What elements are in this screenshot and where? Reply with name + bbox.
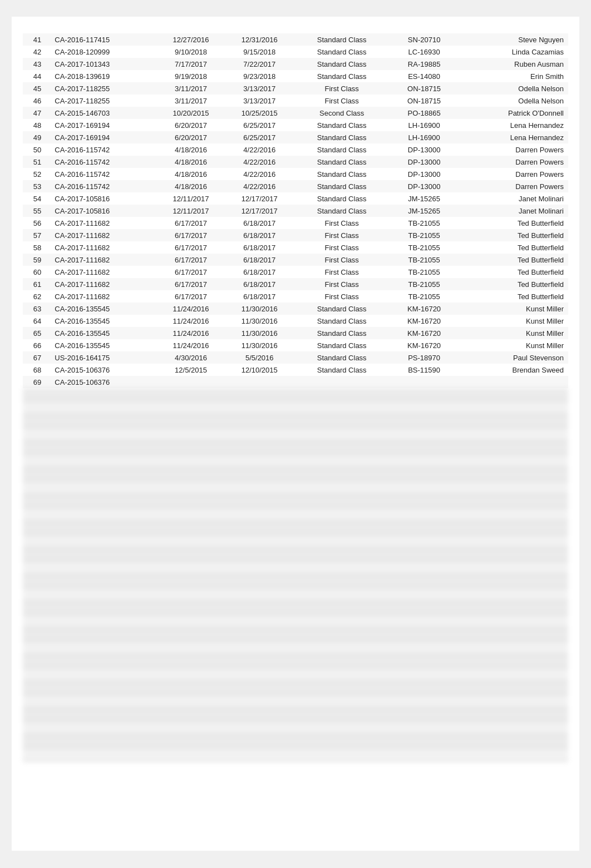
order-cell: US-2016-164175 [50, 351, 156, 364]
table-row: 44CA-2018-1396199/19/20189/23/2018Standa… [23, 70, 568, 82]
blurred-cell [101, 735, 179, 748]
segment-cell: Standard Class [294, 156, 390, 168]
blurred-cell [23, 414, 101, 428]
customer-name-cell: Janet Molinari [459, 192, 568, 205]
num-cell: 43 [23, 58, 50, 70]
blurred-cell [23, 588, 101, 601]
blurred-cell [179, 481, 257, 494]
blurred-cell [334, 428, 412, 441]
ship-date-cell: 6/18/2017 [225, 266, 294, 278]
num-cell: 62 [23, 290, 50, 302]
blurred-cell [257, 428, 334, 441]
blurred-cell [179, 695, 257, 708]
table-row: 47CA-2015-14670310/20/201510/25/2015Seco… [23, 107, 568, 119]
blurred-cell [257, 388, 334, 401]
table-row: 41CA-2016-11741512/27/201612/31/2016Stan… [23, 33, 568, 46]
order-cell: CA-2015-146703 [50, 107, 156, 119]
blurred-cell [334, 521, 412, 534]
customer-id-cell: KM-16720 [390, 327, 458, 339]
ship-date-cell: 4/22/2016 [225, 143, 294, 156]
table-row: 42CA-2018-1209999/10/20189/15/2018Standa… [23, 46, 568, 58]
blurred-cell [23, 668, 101, 681]
ship-date-cell: 7/22/2017 [225, 58, 294, 70]
customer-name-cell: Darren Powers [459, 156, 568, 168]
blurred-cell [334, 654, 412, 668]
blurred-row [23, 654, 568, 668]
num-cell: 41 [23, 33, 50, 46]
order-cell: CA-2016-115742 [50, 143, 156, 156]
table-row: 59CA-2017-1116826/17/20176/18/2017First … [23, 254, 568, 266]
blurred-cell [490, 654, 568, 668]
blurred-cell [490, 428, 568, 441]
order-date-cell: 7/17/2017 [156, 58, 225, 70]
blurred-cell [257, 548, 334, 561]
customer-name-cell: Brendan Sweed [459, 364, 568, 376]
blurred-row [23, 414, 568, 428]
ship-date-cell: 6/25/2017 [225, 119, 294, 131]
customer-name-cell: Ted Butterfield [459, 241, 568, 254]
customer-name-cell: Ted Butterfield [459, 266, 568, 278]
ship-date-cell: 4/22/2016 [225, 180, 294, 192]
ship-date-cell: 12/17/2017 [225, 205, 294, 217]
num-cell: 46 [23, 95, 50, 107]
blurred-cell [334, 561, 412, 574]
blurred-cell [257, 401, 334, 414]
blurred-row [23, 548, 568, 561]
blurred-cell [412, 508, 490, 521]
num-cell: 68 [23, 364, 50, 376]
blurred-cell [412, 428, 490, 441]
order-date-cell: 12/11/2017 [156, 192, 225, 205]
blurred-cell [101, 628, 179, 641]
customer-id-cell: DP-13000 [390, 180, 458, 192]
blurred-cell [412, 454, 490, 468]
num-cell: 59 [23, 254, 50, 266]
num-cell: 54 [23, 192, 50, 205]
segment-cell: Standard Class [294, 302, 390, 315]
blurred-cell [23, 601, 101, 614]
blurred-cell [490, 708, 568, 721]
blurred-cell [334, 748, 412, 761]
num-cell: 49 [23, 131, 50, 143]
table-row: 43CA-2017-1013437/17/20177/22/2017Standa… [23, 58, 568, 70]
customer-id-cell: TB-21055 [390, 290, 458, 302]
ship-date-cell: 6/25/2017 [225, 131, 294, 143]
blurred-cell [334, 695, 412, 708]
table-row: 61CA-2017-1116826/17/20176/18/2017First … [23, 278, 568, 290]
order-date-cell: 6/17/2017 [156, 278, 225, 290]
segment-cell: First Class [294, 95, 390, 107]
table-row: 65CA-2016-13554511/24/201611/30/2016Stan… [23, 327, 568, 339]
ship-date-cell: 11/30/2016 [225, 302, 294, 315]
customer-name-cell: Darren Powers [459, 143, 568, 156]
ship-date-cell: 6/18/2017 [225, 217, 294, 229]
segment-cell: Standard Class [294, 327, 390, 339]
blurred-cell [334, 548, 412, 561]
blurred-cell [23, 614, 101, 628]
blurred-cell [179, 494, 257, 508]
order-cell: CA-2017-118255 [50, 95, 156, 107]
customer-name-cell: Ted Butterfield [459, 254, 568, 266]
ship-date-cell: 6/18/2017 [225, 254, 294, 266]
blurred-cell [23, 574, 101, 588]
blurred-cell [257, 441, 334, 454]
blurred-cell [412, 574, 490, 588]
page: 41CA-2016-11741512/27/201612/31/2016Stan… [12, 17, 579, 851]
table-row: 58CA-2017-1116826/17/20176/18/2017First … [23, 241, 568, 254]
order-cell: CA-2017-105816 [50, 192, 156, 205]
table-row: 68CA-2015-10637612/5/201512/10/2015Stand… [23, 364, 568, 376]
customer-name-cell: Steve Nguyen [459, 33, 568, 46]
blurred-cell [334, 468, 412, 481]
order-date-cell: 6/17/2017 [156, 254, 225, 266]
num-cell: 64 [23, 315, 50, 327]
blurred-cell [101, 428, 179, 441]
blurred-cell [179, 561, 257, 574]
blurred-cell [179, 614, 257, 628]
customer-id-cell: SN-20710 [390, 33, 458, 46]
blurred-row [23, 468, 568, 481]
segment-cell: Standard Class [294, 192, 390, 205]
blurred-row [23, 454, 568, 468]
blurred-cell [490, 414, 568, 428]
customer-id-cell [390, 376, 458, 388]
blurred-cell [334, 574, 412, 588]
table-row: 62CA-2017-1116826/17/20176/18/2017First … [23, 290, 568, 302]
blurred-cell [101, 601, 179, 614]
